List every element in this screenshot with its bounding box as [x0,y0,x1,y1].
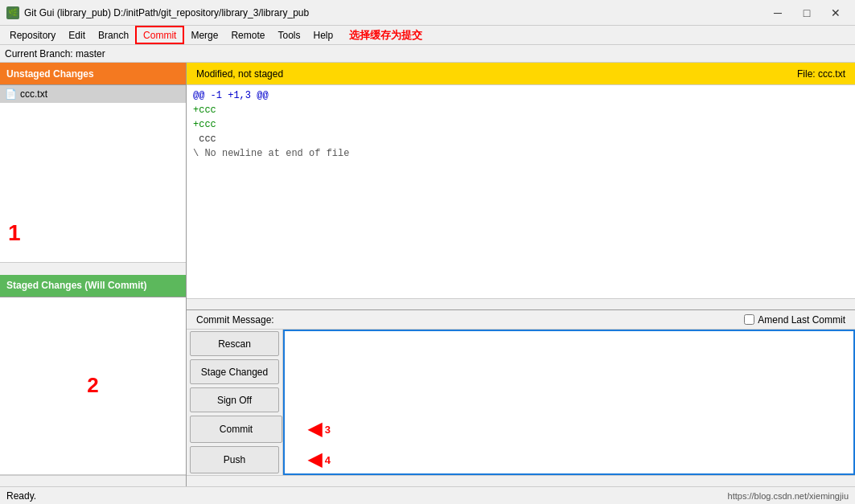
sign-off-button[interactable]: Sign Off [190,387,279,412]
maximize-button[interactable]: □ [794,4,820,22]
unstaged-file-list[interactable]: 📄 ccc.txt 1 [0,85,186,262]
menu-hint: 选择缓存为提交 [349,28,422,43]
title-bar: 🌿 Git Gui (library_pub) D:/initPath/git_… [0,0,855,26]
diff-area: Modified, not staged File: ccc.txt @@ -1… [187,63,855,309]
diff-line-add-2: +ccc [193,117,849,132]
left-panel: Unstaged Changes 📄 ccc.txt 1 Staged Chan… [0,63,187,486]
commit-body: Rescan Stage Changed Sign Off Commit ◀ 3… [187,330,855,475]
window-controls: ─ □ ✕ [765,4,849,22]
branch-text: Current Branch: master [5,48,105,59]
stage-changed-button[interactable]: Stage Changed [190,359,279,384]
diff-line-add-1: +ccc [193,103,849,117]
diff-status: Modified, not staged [196,68,283,80]
diff-line-context: ccc [193,132,849,146]
staged-file-list[interactable]: 2 [0,297,186,476]
rescan-button[interactable]: Rescan [190,331,279,356]
unstaged-header: Unstaged Changes [0,63,186,85]
menu-merge[interactable]: Merge [184,26,224,44]
commit-message-header: Commit Message: Amend Last Commit [187,310,855,330]
title-bar-left: 🌿 Git Gui (library_pub) D:/initPath/git_… [6,6,309,19]
commit-button[interactable]: Commit [190,416,282,443]
unstaged-scrollbar-h[interactable] [0,262,186,273]
file-item-ccc[interactable]: 📄 ccc.txt [0,85,186,103]
menu-repository[interactable]: Repository [3,26,62,44]
push-button[interactable]: Push [190,446,279,473]
status-text: Ready. [6,490,36,502]
app-icon: 🌿 [6,6,19,19]
menu-branch[interactable]: Branch [92,26,135,44]
staged-header: Staged Changes (Will Commit) [0,275,186,297]
amend-text: Amend Last Commit [758,314,845,326]
diff-filename: File: ccc.txt [797,68,845,80]
commit-scrollbar-h[interactable] [187,475,855,486]
file-name: ccc.txt [20,88,47,100]
commit-buttons: Rescan Stage Changed Sign Off Commit ◀ 3… [187,330,283,475]
menu-tools[interactable]: Tools [271,26,306,44]
main-layout: Unstaged Changes 📄 ccc.txt 1 Staged Chan… [0,63,855,486]
menu-edit[interactable]: Edit [62,26,92,44]
right-panel: Modified, not staged File: ccc.txt @@ -1… [187,63,855,486]
branch-bar: Current Branch: master [0,45,855,63]
menu-help[interactable]: Help [306,26,339,44]
file-icon: 📄 [5,88,17,100]
commit-message-area [283,330,855,475]
amend-checkbox[interactable] [744,314,754,325]
diff-scrollbar-h[interactable] [187,298,855,309]
menu-bar: Repository Edit Branch Commit Merge Remo… [0,26,855,45]
title-text: Git Gui (library_pub) D:/initPath/git_re… [24,7,309,18]
diff-header: Modified, not staged File: ccc.txt [187,63,855,85]
status-url: https://blog.csdn.net/xiemingjiu [728,491,849,501]
menu-remote[interactable]: Remote [224,26,271,44]
diff-content[interactable]: @@ -1 +1,3 @@ +ccc +ccc ccc \ No newline… [187,85,855,298]
commit-message-label: Commit Message: [196,314,274,326]
section-number-2: 2 [87,373,98,398]
amend-last-commit[interactable]: Amend Last Commit [744,314,845,326]
diff-line-hunk: @@ -1 +1,3 @@ [193,88,849,103]
staged-scrollbar-h[interactable] [0,475,186,486]
close-button[interactable]: ✕ [823,4,849,22]
commit-message-input[interactable] [283,330,855,475]
commit-area: Commit Message: Amend Last Commit Rescan… [187,309,855,486]
diff-line-meta: \ No newline at end of file [193,146,849,161]
status-bar: Ready. https://blog.csdn.net/xiemingjiu [0,486,855,504]
section-number-1: 1 [8,220,21,246]
menu-commit[interactable]: Commit [135,26,184,44]
minimize-button[interactable]: ─ [765,4,791,22]
